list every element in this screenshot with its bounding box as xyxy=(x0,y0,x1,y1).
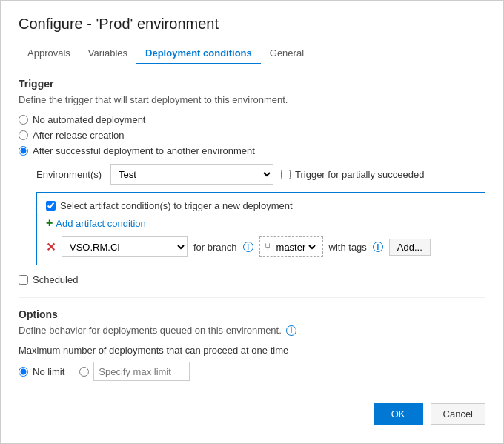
specify-max-input[interactable] xyxy=(93,362,190,381)
options-description: Define behavior for deployments queued o… xyxy=(19,325,485,336)
dialog-title: Configure - 'Prod' environment xyxy=(19,16,485,33)
footer-buttons: OK Cancel xyxy=(19,403,485,425)
trigger-description: Define the trigger that will start deplo… xyxy=(19,94,485,105)
artifact-header: Select artifact condition(s) to trigger … xyxy=(46,200,476,211)
add-tags-button[interactable]: Add... xyxy=(389,239,431,256)
for-branch-label: for branch xyxy=(193,242,237,253)
cancel-button[interactable]: Cancel xyxy=(431,403,485,425)
trigger-title: Trigger xyxy=(19,78,485,90)
branch-info-icon[interactable]: i xyxy=(243,242,253,252)
tab-bar: Approvals Variables Deployment condition… xyxy=(19,43,485,64)
tab-general[interactable]: General xyxy=(261,43,313,64)
add-condition-button[interactable]: + Add artifact condition xyxy=(46,217,476,229)
no-limit-radio[interactable]: No limit xyxy=(19,366,64,377)
max-deployments-label: Maximum number of deployments that can p… xyxy=(19,345,485,356)
scheduled-checkbox[interactable] xyxy=(19,275,28,285)
plus-icon: + xyxy=(46,217,53,229)
remove-condition-icon[interactable]: ✕ xyxy=(46,240,56,254)
options-section: Options Define behavior for deployments … xyxy=(19,308,485,381)
options-info-icon[interactable]: i xyxy=(286,325,296,336)
branch-select[interactable]: master xyxy=(273,241,318,254)
artifact-condition-box: Select artifact condition(s) to trigger … xyxy=(36,192,485,265)
artifact-checkbox[interactable] xyxy=(46,201,56,211)
specify-max-radio[interactable] xyxy=(79,362,190,381)
configure-dialog: Configure - 'Prod' environment Approvals… xyxy=(0,0,504,444)
trigger-partial-label[interactable]: Trigger for partially succeeded xyxy=(281,169,424,180)
radio-no-automated[interactable]: No automated deployment xyxy=(19,114,485,125)
with-tags-label: with tags xyxy=(329,242,367,253)
environment-label: Environment(s) xyxy=(36,169,103,180)
ok-button[interactable]: OK xyxy=(374,403,423,425)
limit-radio-group: No limit xyxy=(19,362,485,381)
radio-after-release[interactable]: After release creation xyxy=(19,130,485,141)
options-title: Options xyxy=(19,308,485,320)
scheduled-row[interactable]: Scheduled xyxy=(19,274,485,285)
tab-variables[interactable]: Variables xyxy=(79,43,136,64)
environment-select[interactable]: Test xyxy=(110,164,273,185)
tab-deployment-conditions[interactable]: Deployment conditions xyxy=(136,43,261,64)
tab-approvals[interactable]: Approvals xyxy=(19,43,79,64)
trigger-section: Trigger Define the trigger that will sta… xyxy=(19,78,485,285)
artifact-select[interactable]: VSO.RM.CI xyxy=(62,236,188,257)
radio-after-successful[interactable]: After successful deployment to another e… xyxy=(19,145,485,156)
tags-info-icon[interactable]: i xyxy=(373,242,383,252)
environment-row: Environment(s) Test Trigger for partiall… xyxy=(36,164,485,185)
git-branch-icon: ⑂ xyxy=(265,241,271,253)
trigger-radio-group: No automated deployment After release cr… xyxy=(19,114,485,156)
condition-row: ✕ VSO.RM.CI for branch i ⑂ master with t… xyxy=(46,236,476,257)
section-divider xyxy=(19,297,485,298)
branch-dropdown[interactable]: ⑂ master xyxy=(259,236,323,257)
